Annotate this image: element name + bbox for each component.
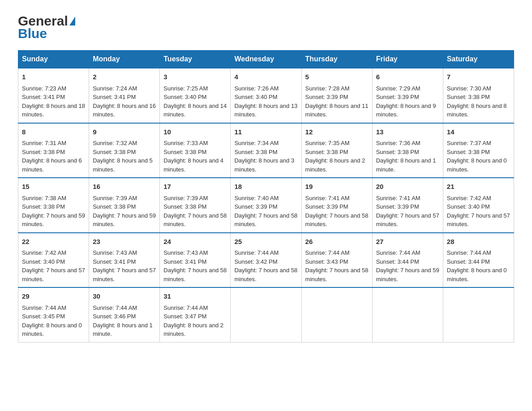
page-header: General Blue xyxy=(18,13,514,41)
calendar-cell: 3Sunrise: 7:25 AMSunset: 3:40 PMDaylight… xyxy=(160,68,231,123)
calendar-cell xyxy=(372,287,443,342)
day-info: Sunrise: 7:25 AMSunset: 3:40 PMDaylight:… xyxy=(163,85,227,118)
calendar-cell: 20Sunrise: 7:41 AMSunset: 3:39 PMDayligh… xyxy=(372,178,443,233)
week-row-2: 8Sunrise: 7:31 AMSunset: 3:38 PMDaylight… xyxy=(18,123,514,178)
calendar-cell: 21Sunrise: 7:42 AMSunset: 3:40 PMDayligh… xyxy=(443,178,514,233)
day-number: 24 xyxy=(163,237,227,247)
calendar-cell: 16Sunrise: 7:39 AMSunset: 3:38 PMDayligh… xyxy=(89,178,160,233)
day-info: Sunrise: 7:31 AMSunset: 3:38 PMDaylight:… xyxy=(22,140,82,173)
day-number: 13 xyxy=(376,127,439,137)
calendar-cell: 18Sunrise: 7:40 AMSunset: 3:39 PMDayligh… xyxy=(231,178,301,233)
calendar-cell: 4Sunrise: 7:26 AMSunset: 3:40 PMDaylight… xyxy=(231,68,301,123)
calendar-cell: 10Sunrise: 7:33 AMSunset: 3:38 PMDayligh… xyxy=(160,123,231,178)
day-info: Sunrise: 7:28 AMSunset: 3:39 PMDaylight:… xyxy=(305,85,369,118)
week-row-5: 29Sunrise: 7:44 AMSunset: 3:45 PMDayligh… xyxy=(18,287,514,342)
day-header-wednesday: Wednesday xyxy=(231,51,301,68)
calendar-cell: 29Sunrise: 7:44 AMSunset: 3:45 PMDayligh… xyxy=(18,287,89,342)
logo-blue-text: Blue xyxy=(18,26,75,41)
calendar-cell: 23Sunrise: 7:43 AMSunset: 3:41 PMDayligh… xyxy=(89,233,160,288)
day-info: Sunrise: 7:44 AMSunset: 3:44 PMDaylight:… xyxy=(376,249,439,283)
day-info: Sunrise: 7:44 AMSunset: 3:43 PMDaylight:… xyxy=(305,249,369,283)
day-info: Sunrise: 7:35 AMSunset: 3:38 PMDaylight:… xyxy=(305,140,365,173)
day-number: 25 xyxy=(234,237,297,247)
calendar-cell xyxy=(301,287,372,342)
week-row-1: 1Sunrise: 7:23 AMSunset: 3:41 PMDaylight… xyxy=(18,68,514,123)
calendar-cell: 30Sunrise: 7:44 AMSunset: 3:46 PMDayligh… xyxy=(89,287,160,342)
calendar-cell: 14Sunrise: 7:37 AMSunset: 3:38 PMDayligh… xyxy=(443,123,514,178)
day-header-tuesday: Tuesday xyxy=(160,51,231,68)
calendar-cell: 31Sunrise: 7:44 AMSunset: 3:47 PMDayligh… xyxy=(160,287,231,342)
day-info: Sunrise: 7:44 AMSunset: 3:44 PMDaylight:… xyxy=(447,249,507,283)
day-number: 2 xyxy=(93,72,156,82)
day-info: Sunrise: 7:40 AMSunset: 3:39 PMDaylight:… xyxy=(234,195,297,228)
day-info: Sunrise: 7:41 AMSunset: 3:39 PMDaylight:… xyxy=(376,195,439,228)
day-info: Sunrise: 7:43 AMSunset: 3:41 PMDaylight:… xyxy=(163,249,227,283)
day-info: Sunrise: 7:44 AMSunset: 3:45 PMDaylight:… xyxy=(22,304,82,338)
day-header-thursday: Thursday xyxy=(301,51,372,68)
logo: General Blue xyxy=(18,13,75,41)
day-number: 15 xyxy=(22,182,85,192)
calendar-cell: 11Sunrise: 7:34 AMSunset: 3:38 PMDayligh… xyxy=(231,123,301,178)
day-number: 9 xyxy=(93,127,156,137)
day-number: 22 xyxy=(22,237,85,247)
calendar-cell xyxy=(443,287,514,342)
day-header-monday: Monday xyxy=(89,51,160,68)
day-info: Sunrise: 7:37 AMSunset: 3:38 PMDaylight:… xyxy=(447,140,507,173)
calendar-cell: 19Sunrise: 7:41 AMSunset: 3:39 PMDayligh… xyxy=(301,178,372,233)
calendar-cell: 26Sunrise: 7:44 AMSunset: 3:43 PMDayligh… xyxy=(301,233,372,288)
day-number: 20 xyxy=(376,182,439,192)
calendar-cell: 27Sunrise: 7:44 AMSunset: 3:44 PMDayligh… xyxy=(372,233,443,288)
calendar-cell: 24Sunrise: 7:43 AMSunset: 3:41 PMDayligh… xyxy=(160,233,231,288)
day-info: Sunrise: 7:42 AMSunset: 3:40 PMDaylight:… xyxy=(447,195,510,228)
day-number: 31 xyxy=(163,291,227,302)
day-number: 6 xyxy=(376,72,439,82)
day-number: 28 xyxy=(447,237,510,247)
day-number: 7 xyxy=(447,72,510,82)
day-header-sunday: Sunday xyxy=(18,51,89,68)
day-number: 14 xyxy=(447,127,510,137)
calendar-cell: 8Sunrise: 7:31 AMSunset: 3:38 PMDaylight… xyxy=(18,123,89,178)
calendar-cell: 7Sunrise: 7:30 AMSunset: 3:38 PMDaylight… xyxy=(443,68,514,123)
day-info: Sunrise: 7:43 AMSunset: 3:41 PMDaylight:… xyxy=(93,249,156,283)
day-info: Sunrise: 7:41 AMSunset: 3:39 PMDaylight:… xyxy=(305,195,369,228)
day-info: Sunrise: 7:32 AMSunset: 3:38 PMDaylight:… xyxy=(93,140,153,173)
day-info: Sunrise: 7:39 AMSunset: 3:38 PMDaylight:… xyxy=(163,195,227,228)
week-row-4: 22Sunrise: 7:42 AMSunset: 3:40 PMDayligh… xyxy=(18,233,514,288)
calendar-table: SundayMondayTuesdayWednesdayThursdayFrid… xyxy=(18,50,514,342)
day-info: Sunrise: 7:29 AMSunset: 3:39 PMDaylight:… xyxy=(376,85,436,118)
day-number: 16 xyxy=(93,182,156,192)
day-number: 10 xyxy=(163,127,227,137)
calendar-cell: 13Sunrise: 7:36 AMSunset: 3:38 PMDayligh… xyxy=(372,123,443,178)
day-info: Sunrise: 7:44 AMSunset: 3:42 PMDaylight:… xyxy=(234,249,297,283)
day-number: 8 xyxy=(22,127,85,137)
day-header-saturday: Saturday xyxy=(443,51,514,68)
day-info: Sunrise: 7:42 AMSunset: 3:40 PMDaylight:… xyxy=(22,249,85,283)
day-header-friday: Friday xyxy=(372,51,443,68)
day-info: Sunrise: 7:24 AMSunset: 3:41 PMDaylight:… xyxy=(93,85,156,118)
day-info: Sunrise: 7:38 AMSunset: 3:38 PMDaylight:… xyxy=(22,195,85,228)
day-number: 17 xyxy=(163,182,227,192)
day-info: Sunrise: 7:44 AMSunset: 3:47 PMDaylight:… xyxy=(163,304,223,338)
day-number: 1 xyxy=(22,72,85,82)
calendar-cell: 2Sunrise: 7:24 AMSunset: 3:41 PMDaylight… xyxy=(89,68,160,123)
day-number: 23 xyxy=(93,237,156,247)
day-info: Sunrise: 7:26 AMSunset: 3:40 PMDaylight:… xyxy=(234,85,297,118)
calendar-cell: 22Sunrise: 7:42 AMSunset: 3:40 PMDayligh… xyxy=(18,233,89,288)
day-info: Sunrise: 7:36 AMSunset: 3:38 PMDaylight:… xyxy=(376,140,436,173)
day-info: Sunrise: 7:39 AMSunset: 3:38 PMDaylight:… xyxy=(93,195,156,228)
day-number: 27 xyxy=(376,237,439,247)
day-number: 30 xyxy=(93,291,156,302)
calendar-cell: 5Sunrise: 7:28 AMSunset: 3:39 PMDaylight… xyxy=(301,68,372,123)
calendar-cell: 15Sunrise: 7:38 AMSunset: 3:38 PMDayligh… xyxy=(18,178,89,233)
calendar-cell: 25Sunrise: 7:44 AMSunset: 3:42 PMDayligh… xyxy=(231,233,301,288)
day-info: Sunrise: 7:23 AMSunset: 3:41 PMDaylight:… xyxy=(22,85,85,118)
week-row-3: 15Sunrise: 7:38 AMSunset: 3:38 PMDayligh… xyxy=(18,178,514,233)
calendar-cell xyxy=(231,287,301,342)
day-number: 21 xyxy=(447,182,510,192)
calendar-cell: 17Sunrise: 7:39 AMSunset: 3:38 PMDayligh… xyxy=(160,178,231,233)
day-info: Sunrise: 7:44 AMSunset: 3:46 PMDaylight:… xyxy=(93,304,153,338)
day-info: Sunrise: 7:34 AMSunset: 3:38 PMDaylight:… xyxy=(234,140,294,173)
day-number: 19 xyxy=(305,182,369,192)
day-number: 5 xyxy=(305,72,369,82)
day-info: Sunrise: 7:33 AMSunset: 3:38 PMDaylight:… xyxy=(163,140,223,173)
